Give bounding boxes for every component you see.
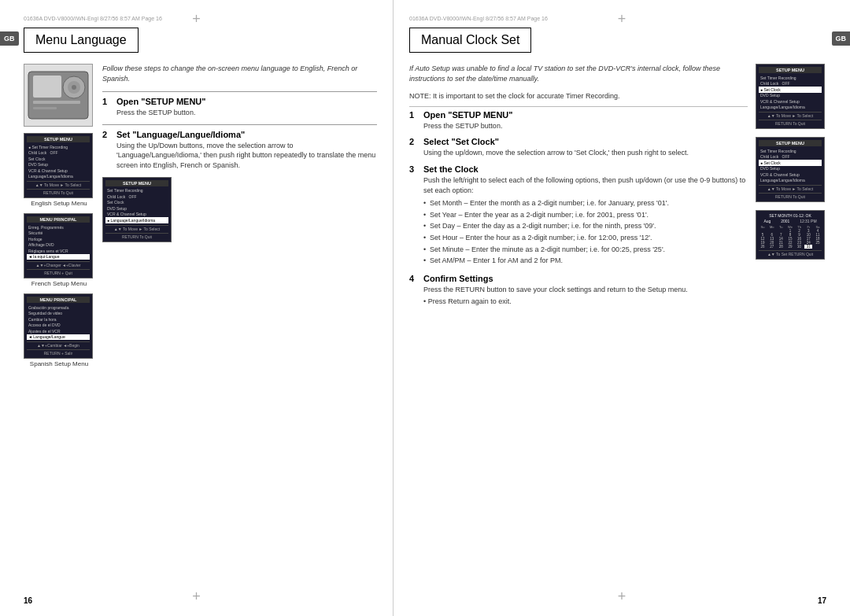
r-step-2: 2 Select "Set Clock" Using the up/down, … [409,137,748,158]
cal-month: Aug [763,219,771,223]
r-step-3: 3 Set the Clock Push the left/right to s… [409,164,748,267]
right-menu-screen-2: SETUP MENU Set Timer Recording Child Loc… [756,137,825,202]
menu-item: Child Lock OFF [759,154,822,160]
menu-item: ● Set Timer Recording [27,144,90,150]
cal-time: 12:31 PM [800,219,816,223]
menu-item: VCR & Channel Setup [105,212,168,218]
step-2-content: Set "Language/Langue/Idioma" Using the U… [116,130,377,171]
r-step-4-text: Press the RETURN button to save your clo… [423,285,748,295]
r-step-num-1: 1 [409,110,423,120]
cal-nav: ▲▼ To Set RETURN Quit [759,250,822,256]
menu-item: Set Clock [27,156,90,162]
menu-item: Horloge [27,236,90,242]
menu-screen-title-en: SETUP MENU [27,136,90,142]
menu-return-2: RETURN To Quit [105,233,168,239]
r-step-4: 4 Confirm Settings Press the RETURN butt… [409,274,748,307]
bullet-month: Set Month – Enter the month as a 2-digit… [423,198,748,208]
gb-badge-right: GB [832,31,851,46]
bullet-ampm: Set AM/PM – Enter 1 for AM and 2 for PM. [423,256,748,266]
spanish-label: Spanish Setup Menu [24,360,94,367]
menu-item: VCR & Channel Setup [27,168,90,174]
menu-item: DVD Setup [759,93,822,99]
section-title-left: Menu Language [24,28,139,53]
r-step-2-content: Select "Set Clock" Using the up/down, mo… [423,137,748,158]
english-menu-screen: SETUP MENU ● Set Timer Recording Child L… [24,133,93,198]
step-1-text: Press the SETUP button. [116,108,377,118]
gb-badge-left: GB [0,31,19,46]
menu-item-clock: ● Set Clock [759,87,822,93]
menu-item: Affichage DVD [27,242,90,249]
cal-title: SET MONTH 01-12: OK [759,213,822,218]
french-label: French Setup Menu [24,280,94,287]
svg-rect-5 [33,101,80,104]
right-menu-screen-1: SETUP MENU Set Timer Recording Child Loc… [756,64,825,129]
step-3-bullets: Set Month – Enter the month as a 2-digit… [423,198,748,266]
menu-item: Child Lock OFF [105,194,168,200]
page-number-right: 17 [818,596,826,605]
right-menu-title-2: SETUP MENU [759,140,822,146]
r-step-4-extra: • Press Return again to exit. [423,297,748,307]
step-1: 1 Open "SETUP MENU" Press the SETUP butt… [102,97,377,118]
right-menu-return-1: RETURN To Quit [759,120,822,126]
menu-item: Language/Langue/Idioma [759,178,822,184]
menu-item: Child Lock OFF [759,81,822,87]
menu-item: Seguridad de video [27,311,90,317]
menu-item: Set Timer Recording [759,148,822,154]
setup-title-2: SETUP MENU [105,180,168,186]
register-mark-bottom-left: + [192,588,201,605]
r-step-3-title: Set the Clock [423,164,748,174]
section-title-right: Manual Clock Set [409,28,531,53]
french-return: RETURN + Quit [27,269,90,275]
cal-year: 2001 [781,219,789,223]
menu-nav-2: ▲▼ To Move ► To Select [105,225,168,231]
cal-row-5: 26 27 28 29 30 31 [759,245,822,249]
rule-1 [102,91,377,92]
step-1-content: Open "SETUP MENU" Press the SETUP button… [116,97,377,118]
step-2-title: Set "Language/Langue/Idioma" [116,130,377,139]
rule-2 [102,124,377,125]
menu-item: Ajustes de el VCR [27,328,90,334]
right-menu-nav-2: ▲▼ To Move ► To Select [759,185,822,191]
r-step-1: 1 Open "SETUP MENU" Press the SETUP butt… [409,110,748,131]
menu-item: Cambiar la hora [27,316,90,323]
left-page: GB 01636A DVD-V8000/IWN-Engl 8/27/56 8:5… [0,0,394,616]
r-step-3-content: Set the Clock Push the left/right to sel… [423,164,748,267]
menu-item: Language/Langue/Idioma [759,105,822,111]
bullet-day: Set Day – Enter the day as a 2-digit num… [423,221,748,231]
french-menu-title: MENU PRINCIPAL [27,216,90,223]
menu-item: Child Lock OFF [27,150,90,157]
r-step-1-content: Open "SETUP MENU" Press the SETUP button… [423,110,748,131]
french-menu-screen: MENU PRINCIPAL Enreg. Programmés Sécurit… [24,213,93,278]
r-step-4-title: Confirm Settings [423,274,748,283]
menu-item-lang-selected: ● Language/Langue/Idioma [105,217,168,223]
step-2-text: Using the Up/Down buttons, move the sele… [116,141,377,171]
setup-menu-lang-selected: SETUP MENU Set Timer Recording Child Loc… [102,177,172,242]
left-steps-col: Follow these steps to change the on-scre… [102,64,377,367]
menu-item: Réglages sens et VCR [27,248,90,254]
svg-rect-1 [33,76,61,98]
register-mark-top-right: + [618,11,626,28]
menu-item: Acceso de el DVD [27,323,90,329]
r-step-2-title: Select "Set Clock" [423,137,748,146]
menu-item: Set Clock [105,200,168,206]
right-page: GB 01636A DVD-V8000/IWN-Engl 8/27/56 8:5… [394,0,850,616]
spanish-menu-title: MENU PRINCIPAL [27,297,90,303]
menu-item: DVD Setup [27,162,90,168]
rule-r1 [409,106,748,107]
spanish-menu-screen: MENU PRINCIPAL Grabación programada Segu… [24,293,93,359]
r-step-num-4: 4 [409,274,423,283]
menu-item: Sécurité [27,231,90,237]
menu-item: VCR & Channel Setup [759,98,822,105]
menu-item: Grabación programada [27,304,90,311]
register-mark-top-left: + [192,11,201,28]
menu-item-selected: ◄ la equi-Langue [27,254,90,260]
menu-nav: ▲▼ To Move ► To Select [27,181,90,187]
r-step-num-3: 3 [409,164,423,174]
menu-item: Language/Langue/Idioma [27,174,90,180]
page-number-left: 16 [24,596,32,605]
calendar-screen: SET MONTH 01-12: OK Aug 2001 12:31 PM Su… [756,210,825,260]
svg-rect-6 [33,107,57,109]
step-num-1: 1 [102,97,116,106]
r-step-1-text: Press the SETUP button. [423,121,748,131]
bullet-minute: Set Minute – Enter the minute as a 2-dig… [423,245,748,255]
